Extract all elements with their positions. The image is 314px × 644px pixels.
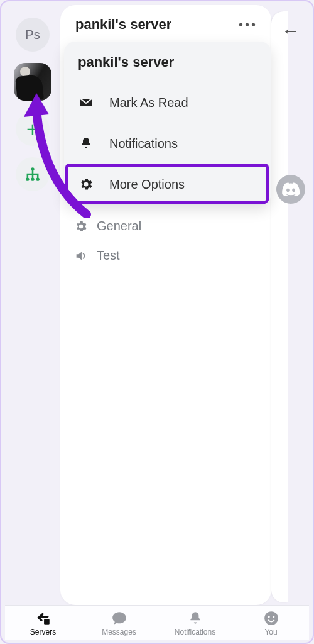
bottom-tab-bar: Servers Messages Notifications You (5, 605, 309, 640)
messages-icon (111, 610, 127, 626)
channel-general[interactable]: General (68, 214, 264, 238)
tab-label: Messages (102, 628, 136, 636)
add-server-button[interactable]: + (16, 112, 50, 146)
server-ps-label: Ps (25, 28, 40, 42)
svg-point-8 (273, 616, 274, 618)
server-title: pankil's server (75, 16, 171, 33)
menu-more-options[interactable]: More Options (64, 164, 271, 205)
channel-panel: pankil's server ••• General Test pankil'… (60, 5, 271, 605)
server-dropdown: pankil's server Mark As Read Notificatio… (64, 42, 271, 205)
mail-icon (78, 95, 94, 110)
back-button[interactable]: ← (281, 20, 300, 42)
channel-label: General (97, 219, 141, 233)
menu-label: More Options (109, 177, 185, 192)
server-avatar-active[interactable] (14, 63, 51, 101)
bell-icon (78, 136, 94, 151)
channel-test[interactable]: Test (68, 243, 264, 268)
more-icon: ••• (239, 18, 257, 31)
right-sliver: ← (275, 5, 309, 605)
channel-label: Test (97, 248, 120, 263)
svg-rect-5 (44, 619, 50, 625)
gear-icon (74, 219, 88, 233)
gear-icon (78, 177, 94, 192)
svg-point-7 (268, 616, 269, 618)
panel-header: pankil's server ••• (60, 5, 271, 44)
menu-label: Mark As Read (109, 96, 188, 110)
server-more-button[interactable]: ••• (239, 18, 257, 32)
bell-icon (187, 610, 203, 626)
tab-you[interactable]: You (233, 606, 309, 640)
discord-icon (282, 182, 300, 196)
server-rail: Ps + (5, 5, 60, 605)
discover-hub-button[interactable] (16, 157, 50, 191)
tab-label: You (264, 628, 277, 636)
menu-notifications[interactable]: Notifications (64, 123, 271, 164)
svg-point-6 (264, 611, 278, 625)
hub-tree-icon (24, 165, 41, 183)
tab-notifications[interactable]: Notifications (157, 606, 233, 640)
menu-mark-as-read[interactable]: Mark As Read (64, 82, 271, 123)
tab-label: Servers (30, 628, 56, 636)
tab-servers[interactable]: Servers (5, 606, 81, 640)
plus-icon: + (26, 118, 39, 140)
face-icon (263, 610, 279, 626)
speaker-icon (74, 249, 88, 263)
arrow-left-icon: ← (281, 20, 300, 41)
tab-label: Notifications (175, 628, 215, 636)
discord-badge[interactable] (276, 175, 305, 204)
right-panel-edge (271, 11, 288, 602)
servers-icon (35, 610, 51, 626)
server-ps[interactable]: Ps (16, 18, 50, 52)
dropdown-title: pankil's server (64, 42, 271, 82)
menu-label: Notifications (109, 136, 178, 151)
tab-messages[interactable]: Messages (81, 606, 157, 640)
